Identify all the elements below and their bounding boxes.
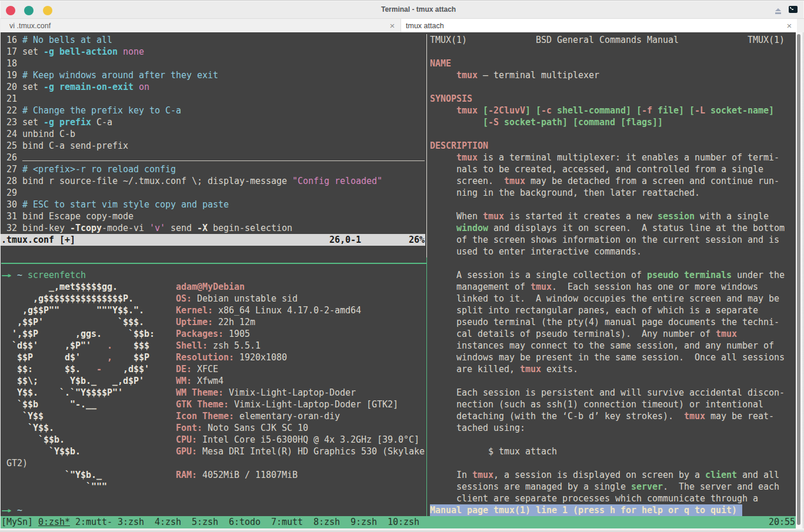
- terminal-text-run: 2:mutt-: [75, 516, 112, 528]
- tab-vi-tmux-conf[interactable]: vi .tmux.conf ×: [0, 19, 401, 33]
- tab-close-icon[interactable]: ×: [386, 19, 398, 33]
- terminal-content: 16# No bells at all17set-gbell-actionnon…: [1, 32, 796, 528]
- terminal-text-run: 5:zsh: [192, 516, 218, 528]
- window-edge-bottom: [0, 528, 804, 532]
- vim-pane[interactable]: [1, 34, 426, 257]
- shade-bar: [775, 12, 781, 14]
- terminal-text-run: 8:zsh: [313, 516, 340, 528]
- close-button[interactable]: [6, 6, 15, 15]
- terminal-text-run: 6:todo: [229, 516, 261, 528]
- minimize-button[interactable]: [43, 6, 52, 15]
- terminal-text-run: 7:mutt: [271, 516, 303, 528]
- tab-close-icon[interactable]: ×: [783, 19, 795, 33]
- terminal-app-icon[interactable]: [789, 6, 798, 13]
- terminal-text-run: 9:zsh: [351, 516, 377, 528]
- tab-tmux-attach[interactable]: tmux attach ×: [401, 19, 797, 33]
- maximize-button[interactable]: [24, 6, 34, 15]
- pane-border-vertical-gray: [426, 34, 427, 257]
- pane-border-vertical-green: [426, 257, 427, 516]
- terminal-text-run: 0:zsh*: [38, 516, 70, 528]
- tab-label: vi .tmux.conf: [9, 19, 51, 33]
- shell-pane[interactable]: [1, 265, 426, 516]
- titlebar[interactable]: Terminal - tmux attach: [0, 0, 804, 18]
- terminal-app-icon-pixel: [792, 9, 793, 10]
- window-edge-right: [801, 32, 804, 528]
- terminal-text-run: 3:zsh: [118, 516, 144, 528]
- shade-triangle: [775, 8, 781, 11]
- terminal-text-run: [MySn]: [1, 516, 33, 528]
- tab-label: tmux attach: [406, 19, 444, 33]
- man-pane[interactable]: [429, 34, 796, 516]
- pane-border-horizontal-green: [1, 263, 426, 264]
- window-title: Terminal - tmux attach: [381, 1, 456, 19]
- scrollbar-thumb[interactable]: [797, 34, 800, 525]
- terminal-text-run: 4:zsh: [155, 516, 181, 528]
- terminal-text-run: 20:55: [769, 516, 795, 528]
- tab-bar: vi .tmux.conf × tmux attach ×: [0, 18, 804, 32]
- terminal-window: Terminal - tmux attach vi .tmux.conf × t…: [0, 0, 804, 532]
- window-edge-left: [0, 18, 1, 528]
- shade-icon[interactable]: [775, 8, 781, 14]
- scrollbar-track[interactable]: [796, 32, 801, 528]
- terminal-text-run: 10:zsh: [388, 516, 419, 528]
